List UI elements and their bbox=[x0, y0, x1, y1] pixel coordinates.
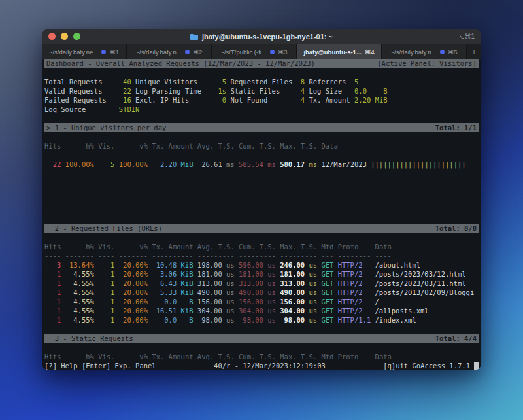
summary-value: 1s bbox=[218, 86, 226, 96]
avg-ts-cell: 313.00 bbox=[197, 279, 222, 288]
dashboard-header-bar: Dashboard - Overall Analyzed Requests (1… bbox=[44, 59, 479, 68]
new-tab-button[interactable]: + bbox=[467, 44, 481, 59]
tab-shortcut: ⌘4 bbox=[365, 48, 375, 56]
col-header: Hits bbox=[44, 141, 61, 150]
col-header: Cum. T.S. bbox=[239, 141, 276, 150]
cum-ts-cell: 490.00 bbox=[239, 288, 263, 297]
tx-amount-cell: 0.0 bbox=[152, 297, 177, 306]
col-header: Data bbox=[321, 141, 479, 150]
bar-chart-cell: ||||||||||||||||||||||| bbox=[371, 160, 479, 169]
rule: --------- bbox=[280, 150, 317, 160]
hits-cell: 1 bbox=[44, 315, 61, 324]
window-title-area: jbaty@ubuntu-s-1vcpu-1gb-nyc1-01: ~ bbox=[42, 29, 481, 44]
summary-label: Referrers bbox=[309, 77, 350, 86]
tab-label: ~/s/daily.baty.n... bbox=[136, 48, 182, 56]
method-cell: GET bbox=[321, 297, 333, 306]
rule: --------- bbox=[239, 150, 276, 160]
dashboard-title: Dashboard - Overall Analyzed Requests (1… bbox=[46, 59, 315, 68]
tab-2[interactable]: ~/s/daily.baty.n... ⌘2 bbox=[127, 44, 212, 59]
col-header: Hits bbox=[44, 352, 61, 361]
visitors-cell: 1 bbox=[98, 260, 114, 270]
max-ts-unit: us bbox=[309, 306, 317, 315]
panel1-total: Total: 1/1 bbox=[435, 123, 477, 132]
col-header: h% bbox=[65, 141, 94, 150]
url-cell: /posts/2023/03/12.html bbox=[375, 270, 479, 279]
col-header: Vis. bbox=[98, 141, 114, 150]
col-header: Avg. T.S. bbox=[197, 242, 235, 251]
minimize-button[interactable] bbox=[61, 33, 68, 40]
tx-unit-cell: KiB bbox=[181, 260, 194, 270]
tab-4-active[interactable]: jbaty@ubuntu-s-1... ⌘4 bbox=[297, 44, 382, 59]
rule: --------- bbox=[280, 251, 317, 260]
cum-ts-cell: 596.00 bbox=[239, 260, 263, 270]
tx-unit-cell: KiB bbox=[181, 270, 194, 279]
zoom-button[interactable] bbox=[73, 33, 80, 40]
close-button[interactable] bbox=[48, 33, 56, 40]
rule: --------- bbox=[239, 251, 276, 260]
table-row: 14.55%120.00%3.06KiB181.00us181.00us181.… bbox=[44, 270, 479, 279]
summary-value: 0.0 B bbox=[354, 86, 479, 96]
tab-shortcut: ⌘3 bbox=[278, 48, 288, 56]
summary-row: Failed Requests16Excl. IP Hits0Not Found… bbox=[44, 96, 479, 105]
rule: ------- bbox=[119, 251, 148, 260]
date-cell: 12/Mar/2023 bbox=[321, 160, 367, 169]
summary-label: Log Source bbox=[44, 105, 114, 114]
tx-unit-cell: KiB bbox=[181, 306, 194, 315]
visitors-cell: 1 bbox=[98, 270, 114, 279]
rule: ------- bbox=[119, 150, 148, 160]
col-header: Max. T.S. bbox=[280, 141, 317, 150]
visitors-percent-cell: 20.00% bbox=[119, 315, 148, 324]
summary-value: 22 bbox=[119, 86, 131, 96]
cum-ts-unit: us bbox=[267, 315, 276, 324]
avg-ts-unit: us bbox=[226, 288, 235, 297]
hits-cell: 22 bbox=[44, 160, 61, 169]
blank-line bbox=[44, 196, 479, 205]
panel2-total: Total: 8/8 bbox=[435, 224, 477, 233]
url-cell: /posts/2023/03/11.html bbox=[375, 279, 479, 288]
tab-shortcut: ⌘1 bbox=[109, 48, 119, 56]
url-cell: /posts/2013/02/09/Bloggi bbox=[375, 288, 479, 297]
rule: ---------- bbox=[152, 251, 193, 260]
terminal-screen[interactable]: Dashboard - Overall Analyzed Requests (1… bbox=[42, 59, 481, 370]
summary-value: STDIN bbox=[119, 105, 479, 114]
rule: ---- bbox=[44, 251, 61, 260]
cum-ts-unit: us bbox=[267, 279, 276, 288]
quit-hint: [q]uit GoAccess 1.7.1 bbox=[383, 361, 470, 370]
tx-amount-cell: 5.33 bbox=[152, 288, 177, 297]
summary-label: Not Found bbox=[230, 96, 296, 105]
hits-cell: 1 bbox=[44, 270, 61, 279]
tab-label: ~/s/T/public (-fi... bbox=[220, 48, 266, 56]
max-ts-cell: 580.17 bbox=[280, 160, 305, 169]
tab-5[interactable]: ~/s/daily.baty.n... ⌘5 bbox=[382, 44, 467, 59]
col-header: Mtd bbox=[321, 352, 333, 361]
window-titlebar[interactable]: jbaty@ubuntu-s-1vcpu-1gb-nyc1-01: ~ ⌥⌘1 bbox=[42, 29, 481, 44]
visitors-percent-cell: 20.00% bbox=[119, 297, 148, 306]
summary-value: 5 bbox=[354, 77, 479, 86]
cum-ts-unit: ms bbox=[267, 160, 276, 169]
tab-1[interactable]: ~/s/daily.baty.ne... ⌘1 bbox=[42, 44, 127, 59]
hits-percent-cell: 4.55% bbox=[65, 306, 94, 315]
col-header: Cum. T.S. bbox=[239, 352, 276, 361]
avg-ts-unit: us bbox=[226, 279, 235, 288]
hits-cell: 1 bbox=[44, 279, 61, 288]
protocol-cell: HTTP/2 bbox=[338, 260, 371, 270]
panel3-title: 3 - Static Requests bbox=[46, 334, 133, 343]
table-row: 22100.00%5100.00%2.20MiB26.61ms585.54ms5… bbox=[44, 160, 479, 169]
summary-label: Unique Visitors bbox=[135, 77, 214, 86]
avg-ts-cell: 181.00 bbox=[197, 270, 222, 279]
blank-line bbox=[44, 132, 479, 141]
tab-bar: ~/s/daily.baty.ne... ⌘1 ~/s/daily.baty.n… bbox=[42, 44, 481, 59]
summary-label: Failed Requests bbox=[44, 96, 114, 105]
summary-value: 8 bbox=[301, 77, 305, 86]
table-row: 14.55%120.00%6.43KiB313.00us313.00us313.… bbox=[44, 279, 479, 288]
avg-ts-cell: 156.00 bbox=[197, 297, 222, 306]
visitors-cell: 1 bbox=[98, 279, 114, 288]
avg-ts-cell: 490.00 bbox=[197, 288, 222, 297]
tab-3[interactable]: ~/s/T/public (-fi... ⌘3 bbox=[212, 44, 297, 59]
col-header: Cum. T.S. bbox=[239, 242, 276, 251]
avg-ts-cell: 304.00 bbox=[197, 306, 222, 315]
cum-ts-unit: us bbox=[267, 297, 276, 306]
method-cell: GET bbox=[321, 279, 333, 288]
blank-line bbox=[44, 233, 479, 242]
panel1-header-bar: > 1 - Unique visitors per day Total: 1/1 bbox=[44, 123, 479, 132]
